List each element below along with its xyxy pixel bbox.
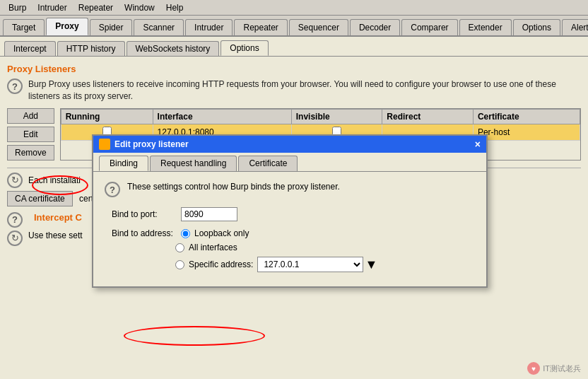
tab-target[interactable]: Target [3, 19, 45, 35]
watermark: ♥ IT测试老兵 [527, 362, 581, 375]
watermark-icon: ♥ [527, 362, 540, 375]
radio-all-interfaces[interactable] [175, 243, 184, 252]
ca-certificate-button[interactable]: CA certificate [7, 191, 73, 206]
tab-proxy[interactable]: Proxy [46, 18, 88, 35]
col-redirect: Redirect [382, 109, 474, 124]
dialog-tabs: Binding Request handling Certificate [93, 153, 486, 172]
menu-intruder[interactable]: Intruder [32, 1, 72, 14]
dialog-info-icon: ? [105, 182, 120, 197]
dialog-body: ? These settings control how Burp binds … [93, 172, 486, 286]
tab-certificate[interactable]: Certificate [238, 156, 298, 171]
menu-help[interactable]: Help [160, 1, 189, 14]
tab-sequencer[interactable]: Sequencer [289, 19, 348, 35]
radio-loopback-label: Loopback only [194, 228, 249, 238]
remove-button[interactable]: Remove [7, 145, 54, 161]
specific-address-select[interactable]: 127.0.0.1 [257, 257, 363, 272]
radio-loopback[interactable] [181, 229, 190, 238]
proxy-listeners-info: ? Burp Proxy uses listeners to receive i… [7, 78, 581, 103]
tab-decoder[interactable]: Decoder [350, 19, 400, 35]
tab-alerts[interactable]: Alerts [562, 19, 588, 35]
content-area: Proxy Listeners ? Burp Proxy uses listen… [0, 57, 588, 379]
col-invisible: Invisible [291, 109, 382, 124]
tab-scanner[interactable]: Scanner [134, 19, 184, 35]
tab-intercept[interactable]: Intercept [4, 41, 56, 56]
tab-repeater[interactable]: Repeater [234, 19, 287, 35]
dialog-info-row: ? These settings control how Burp binds … [105, 182, 475, 197]
radio-specific[interactable] [175, 260, 184, 269]
radio-specific-label: Specific address: [189, 260, 253, 269]
tab-options-sub[interactable]: Options [220, 40, 268, 56]
watermark-text: IT测试老兵 [543, 363, 581, 374]
tab-extender[interactable]: Extender [459, 19, 512, 35]
listeners-buttons: Add Edit Remove [7, 108, 54, 161]
dialog-title-icon [99, 139, 110, 150]
menu-bar: Burp Intruder Repeater Window Help [0, 0, 588, 16]
proxy-listeners-title: Proxy Listeners [7, 64, 581, 74]
bind-address-label: Bind to address: [112, 228, 175, 238]
radio-all-interfaces-label: All interfaces [189, 243, 237, 252]
ca-cert-prefix: Each installati [28, 175, 81, 185]
tab-binding[interactable]: Binding [99, 156, 148, 171]
info-icon-intercept: ? [7, 212, 23, 228]
tab-request-handling[interactable]: Request handling [150, 156, 237, 171]
tab-spider[interactable]: Spider [90, 19, 133, 35]
all-interfaces-row: All interfaces [175, 243, 475, 252]
intercept-title: Intercept C [34, 212, 82, 223]
refresh-icon-2[interactable]: ↻ [7, 231, 23, 246]
dialog-edit-proxy: Edit proxy listener × Binding Request ha… [92, 134, 488, 288]
menu-burp[interactable]: Burp [3, 1, 32, 14]
refresh-icon[interactable]: ↻ [7, 173, 23, 188]
col-certificate: Certificate [473, 109, 580, 124]
col-interface: Interface [153, 109, 291, 124]
sub-tab-bar: Intercept HTTP history WebSockets histor… [0, 37, 588, 57]
dropdown-arrow-icon[interactable]: ▼ [365, 257, 377, 272]
bind-port-label: Bind to port: [112, 209, 175, 219]
proxy-listeners-description: Burp Proxy uses listeners to receive inc… [28, 78, 581, 103]
info-icon-proxy: ? [7, 78, 23, 94]
bind-address-row: Bind to address: Loopback only [112, 228, 475, 238]
main-tab-bar: Target Proxy Spider Scanner Intruder Rep… [0, 16, 588, 37]
specific-address-row: Specific address: 127.0.0.1 ▼ [175, 257, 475, 272]
dialog-title-bar: Edit proxy listener × [93, 136, 486, 153]
col-running: Running [61, 109, 153, 124]
tab-websockets-history[interactable]: WebSockets history [127, 41, 220, 56]
cell-certificate: Per-host [473, 124, 580, 140]
tab-http-history[interactable]: HTTP history [57, 41, 125, 56]
tab-comparer[interactable]: Comparer [401, 19, 457, 35]
edit-button[interactable]: Edit [7, 127, 54, 142]
dialog-info-text: These settings control how Burp binds th… [127, 182, 340, 192]
menu-repeater[interactable]: Repeater [73, 1, 119, 14]
tab-intruder[interactable]: Intruder [185, 19, 233, 35]
dialog-title-text: Edit proxy listener [114, 139, 189, 149]
intercept-description: Use these sett [28, 231, 83, 240]
close-button[interactable]: × [475, 139, 481, 150]
menu-window[interactable]: Window [119, 1, 160, 14]
red-oval-port [124, 326, 265, 346]
bind-port-row: Bind to port: [112, 207, 475, 221]
add-button[interactable]: Add [7, 108, 54, 124]
tab-options[interactable]: Options [513, 19, 560, 35]
bind-port-input[interactable] [181, 207, 237, 221]
